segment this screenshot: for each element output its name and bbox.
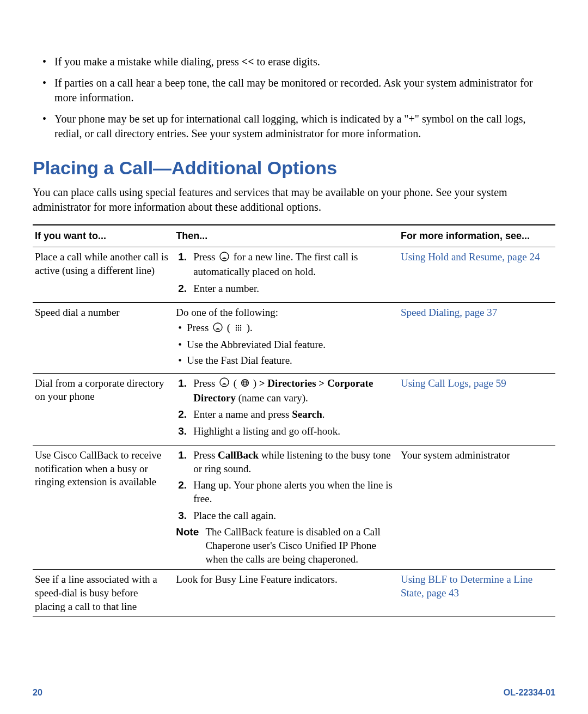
intro-bullet: Your phone may be set up for internation… [54,112,555,141]
info-cell: Using BLF to Determine a Line State, pag… [399,570,555,617]
svg-point-1 [213,323,222,332]
text: Press [187,322,211,333]
step: Enter a number. [190,282,393,296]
want-cell: Dial from a corporate directory on your … [33,373,174,445]
step: Press CallBack while listening to the bu… [190,449,393,475]
info-cell: Your system administrator [399,445,555,570]
page-footer: 20 OL-22334-01 [33,688,555,698]
text: ( [227,322,233,333]
text: ). [247,322,253,333]
note: Note The CallBack feature is disabled on… [176,526,393,566]
doc-id: OL-22334-01 [504,688,555,698]
svg-point-2 [236,325,237,326]
xref-link[interactable]: Using Hold and Resume, page 24 [401,251,540,263]
softkey-label: Search [292,408,322,420]
info-cell: Using Hold and Resume, page 24 [399,247,555,302]
feature-table: If you want to... Then... For more infor… [33,224,555,617]
step: Hang up. Your phone alerts you when the … [190,479,393,505]
text: (name can vary). [236,392,308,404]
then-cell: Do one of the following: Press ( [174,302,399,373]
speed-dial-icon [234,322,243,336]
list-item: Use the Abbreviated Dial feature. [187,338,393,352]
col-header-want: If you want to... [33,225,174,247]
step: Place the call again. [190,509,393,523]
svg-point-7 [240,327,241,328]
text: Press [193,377,218,389]
table-row: Speed dial a number Do one of the follow… [33,302,555,373]
then-cell: Look for Busy Line Feature indicators. [174,570,399,617]
step: Press ( [190,377,393,405]
col-header-then: Then... [174,225,399,247]
intro-bullet-list: If you make a mistake while dialing, pre… [33,54,555,141]
step: Enter a name and press Search. [190,408,393,422]
svg-point-0 [220,252,229,261]
text: If you make a mistake while dialing, pre… [54,56,242,68]
text: ( [234,377,240,389]
then-cell: Press ( [174,373,399,445]
list-item: Use the Fast Dial feature. [187,354,393,368]
list-item: Press ( [187,321,393,336]
applications-button-icon [219,377,230,392]
intro-bullet: If parties on a call hear a beep tone, t… [54,76,555,105]
want-cell: Speed dial a number [33,302,174,373]
text: Press [193,251,218,263]
xref-link[interactable]: Using BLF to Determine a Line State, pag… [401,573,532,599]
svg-point-10 [240,329,241,331]
svg-point-9 [238,329,239,331]
text: ) [253,377,259,389]
softkey-label: CallBack [218,449,259,461]
then-cell: Press CallBack while listening to the bu… [174,445,399,570]
line-button-icon [212,322,223,337]
svg-point-3 [238,325,239,326]
col-header-info: For more information, see... [399,225,555,247]
svg-point-4 [240,325,241,326]
info-cell: Using Call Logs, page 59 [399,373,555,445]
text: Press [193,449,218,461]
step: Highlight a listing and go off-hook. [190,425,393,438]
xref-link[interactable]: Speed Dialing, page 37 [401,307,497,318]
lead-sentence: Do one of the following: [176,306,393,320]
line-button-icon [219,251,230,266]
text: to erase digits. [254,56,320,68]
text: Enter a name and press [193,408,292,420]
svg-point-5 [236,327,237,328]
svg-point-11 [220,378,229,387]
text: . [322,408,325,420]
intro-bullet: If you make a mistake while dialing, pre… [54,54,555,69]
svg-point-8 [236,329,237,331]
text: for a new line. The first call is automa… [193,251,358,277]
xref-link[interactable]: Using Call Logs, page 59 [401,377,506,389]
table-row: Dial from a corporate directory on your … [33,373,555,445]
key-label: << [242,56,254,68]
globe-icon [241,377,249,391]
section-intro: You can place calls using special featur… [33,185,555,215]
step: Press for a new line. The first call is … [190,251,393,279]
table-row: Place a call while another call is activ… [33,247,555,302]
then-cell: Press for a new line. The first call is … [174,247,399,302]
info-cell: Speed Dialing, page 37 [399,302,555,373]
svg-point-6 [238,327,239,328]
section-heading: Placing a Call—Additional Options [33,157,555,179]
note-label: Note [176,526,199,566]
want-cell: Place a call while another call is activ… [33,247,174,302]
note-text: The CallBack feature is disabled on a Ca… [205,526,393,566]
table-row: Use Cisco CallBack to receive notificati… [33,445,555,570]
table-row: See if a line associated with a speed-di… [33,570,555,617]
page-number: 20 [33,688,42,698]
want-cell: See if a line associated with a speed-di… [33,570,174,617]
want-cell: Use Cisco CallBack to receive notificati… [33,445,174,570]
